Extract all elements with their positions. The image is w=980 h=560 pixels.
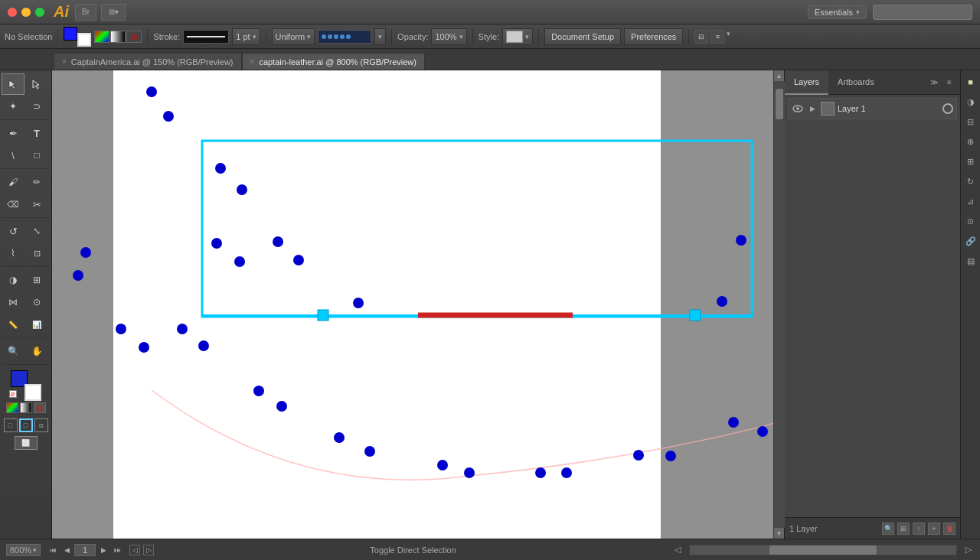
pencil-tool[interactable]: ✏ [25,171,48,193]
tab-captain-leather[interactable]: × captain-leather.ai @ 800% (RGB/Preview… [242,53,425,70]
scroll-track[interactable] [774,81,785,528]
next-page-btn[interactable]: ▶ [97,544,109,556]
preferences-button[interactable]: Preferences [624,28,683,45]
prev-page-btn[interactable]: ◀ [60,544,73,556]
panel-menu-icon[interactable]: ≡ [943,77,956,89]
fill-color-box[interactable] [64,27,77,41]
workspace-selector[interactable]: Essentials ▾ [808,5,867,19]
stroke-type-select[interactable]: Uniform ▾ [272,28,315,45]
tab-artboards[interactable]: Artboards [828,70,884,95]
minimize-button[interactable] [21,8,31,17]
gradient-fill-icon[interactable] [20,402,32,413]
artboard-left-icon[interactable]: ◁ [129,545,140,555]
maximize-button[interactable] [35,8,44,17]
layer-target-circle[interactable] [942,103,953,114]
no-fill-icon[interactable]: ⊘ [34,402,46,413]
none-box[interactable]: ⊘ [9,390,17,398]
stroke-color-box[interactable] [77,33,91,47]
search-input[interactable] [873,5,972,20]
layer-expand-icon[interactable]: ▶ [807,103,818,114]
page-input[interactable] [74,544,96,556]
delete-layer-icon[interactable]: 🗑 [943,523,956,535]
fill-stroke-widget[interactable] [64,27,91,47]
layer-visibility-icon[interactable] [792,103,804,115]
lasso-tool[interactable]: ⊃ [25,96,48,117]
eyedropper-tool[interactable]: ⊙ [25,291,48,313]
scroll-down-arrow[interactable]: ▼ [774,528,785,539]
document-setup-button[interactable]: Document Setup [544,28,621,45]
tab-captain-america[interactable]: × CaptainAmerica.ai @ 150% (RGB/Preview) [54,53,242,70]
paintbrush-tool[interactable]: 🖌 [2,171,24,193]
stroke-weight-select[interactable]: 1 pt ▾ [232,28,260,45]
opacity-select[interactable]: 100% ▾ [431,28,466,45]
new-layer-icon[interactable]: + [928,523,940,535]
horizontal-scrollbar[interactable] [689,545,957,555]
vertical-scrollbar[interactable]: ▲ ▼ [773,70,784,539]
pen-tool[interactable]: ✒ [2,122,24,144]
align-more-chevron[interactable]: ▾ [727,30,730,44]
measure-tool[interactable]: 📏 [2,314,24,335]
color-icon[interactable]: ■ [962,73,979,90]
align-panel-icon[interactable]: ⊞ [962,153,979,170]
scroll-thumb[interactable] [776,89,783,119]
scissors-tool[interactable]: ✂ [25,194,48,215]
align-icon-1[interactable]: ⊟ [694,30,708,44]
view-options-button[interactable]: ⊞▾ [101,4,126,21]
blend-tool[interactable]: ⋈ [2,291,24,313]
warp-tool[interactable]: ⌇ [2,243,24,264]
style-select[interactable]: ▾ [502,28,533,45]
appearance-icon[interactable]: ⊟ [962,113,979,130]
behind-mode-btn[interactable]: ⧈ [34,418,48,432]
stroke-box[interactable] [24,384,41,401]
zoom-selector[interactable]: 800% ▾ [6,544,41,556]
move-to-new-layer-icon[interactable]: ↑ [913,523,925,535]
links-icon[interactable]: 🔗 [962,233,979,249]
pathfinder-icon[interactable]: ⊿ [962,193,979,210]
normal-mode-btn[interactable]: □ [4,418,18,432]
status-arrow-right[interactable]: ▷ [963,545,974,555]
rotate-tool[interactable]: ↺ [2,220,24,242]
close-button[interactable] [8,8,17,17]
eraser-tool[interactable]: ⌫ [2,194,24,215]
tab-close-captain-america[interactable]: × [62,57,67,66]
canvas-area[interactable] [52,70,773,539]
zoom-tool[interactable]: 🔍 [2,340,24,362]
scale-tool[interactable]: ⤡ [25,220,48,242]
line-tool[interactable]: \ [2,145,24,166]
artboard-right-icon[interactable]: ▷ [143,545,154,555]
mesh-tool[interactable]: ⊞ [25,269,48,291]
scroll-up-arrow[interactable]: ▲ [774,70,785,81]
tab-layers[interactable]: Layers [785,70,828,95]
gradient-tool[interactable]: ◑ [2,269,24,291]
search-layers-icon[interactable]: 🔍 [882,523,894,535]
first-page-btn[interactable]: ⏮ [47,544,59,556]
status-arrow-left[interactable]: ◁ [672,545,683,555]
tab-close-captain-leather[interactable]: × [250,57,255,66]
rect-tool[interactable]: □ [25,145,48,166]
screen-mode-btn[interactable]: ⬜ [15,436,38,450]
panel-expand-all-icon[interactable]: ≫ [928,77,940,89]
type-tool[interactable]: T [25,122,48,144]
chart-tool[interactable]: 📊 [25,314,48,335]
inside-mode-btn[interactable]: □ [19,418,33,432]
color-mode-none[interactable]: ⊘ [126,31,142,43]
stroke-panel-icon[interactable]: ⊙ [962,213,979,230]
direct-selection-tool[interactable] [25,73,48,95]
magic-wand-tool[interactable]: ✦ [2,96,24,117]
color-fill-icon[interactable] [6,402,18,413]
layers-panel-icon[interactable]: ▤ [962,252,979,269]
free-transform-tool[interactable]: ⊡ [25,243,48,264]
navigator-icon[interactable]: ⊕ [962,133,979,150]
create-sublayer-icon[interactable]: ⊞ [897,523,910,535]
transform-icon[interactable]: ↻ [962,173,979,190]
bridge-button[interactable]: Br [75,4,96,21]
selection-tool[interactable] [2,73,24,95]
hand-tool[interactable]: ✋ [25,340,48,362]
color-mode-color[interactable] [94,31,109,43]
last-page-btn[interactable]: ⏭ [111,544,123,556]
layer-1-row[interactable]: ▶ Layer 1 [788,98,957,119]
gradient-panel-icon[interactable]: ◑ [962,93,979,110]
align-icon-2[interactable]: ≡ [710,30,724,44]
dash-select[interactable]: ▾ [374,28,386,45]
color-mode-bw[interactable] [110,31,126,43]
